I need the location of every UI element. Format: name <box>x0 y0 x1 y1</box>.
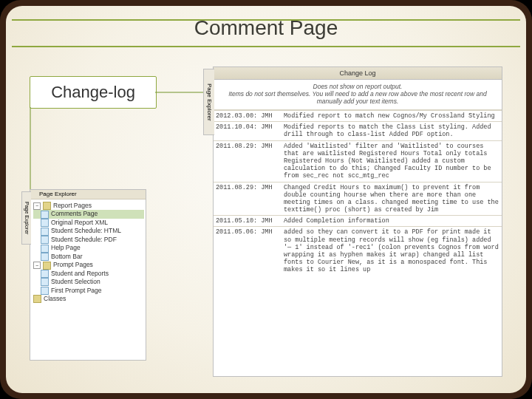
page-icon <box>41 287 49 295</box>
tree-item[interactable]: Student Selection <box>33 278 144 286</box>
page-tree: −Report Pages Comments Page Original Rep… <box>30 200 146 305</box>
changelog-table: 2012.03.00: JMHModified report to match … <box>214 110 502 276</box>
table-row: 2012.03.00: JMHModified report to match … <box>214 111 502 122</box>
tree-classes[interactable]: Classes <box>33 295 144 303</box>
page-explorer-panel: Page Explorer Page Explorer −Report Page… <box>30 189 146 361</box>
page-explorer-tab[interactable]: Page Explorer <box>203 69 214 135</box>
page-icon <box>41 236 49 244</box>
page-title: Comment Page <box>6 16 526 40</box>
tree-item-comments[interactable]: Comments Page <box>33 210 144 218</box>
page-icon <box>41 219 49 227</box>
table-row: 2011.05.10: JMHAdded Completion informat… <box>214 216 502 227</box>
tree-item[interactable]: First Prompt Page <box>33 287 144 295</box>
folder-icon <box>33 295 41 303</box>
changelog-note: Does not show on report output. Items do… <box>214 80 502 110</box>
table-row: 2011.10.04: JMHModified reports to match… <box>214 122 502 140</box>
changelog-panel: Page Explorer Change Log Does not show o… <box>213 66 502 377</box>
tree-item[interactable]: Student Schedule: PDF <box>33 236 144 244</box>
page-explorer-header: Page Explorer <box>30 190 146 200</box>
tree-item[interactable]: Student Schedule: HTML <box>33 227 144 235</box>
collapse-icon[interactable]: − <box>33 202 41 210</box>
tree-group-prompt[interactable]: −Prompt Pages <box>33 261 144 269</box>
table-row: 2011.08.29: JMHChanged Credit Hours to m… <box>214 182 502 216</box>
page-icon <box>41 270 49 278</box>
tree-item[interactable]: Original Report XML <box>33 219 144 227</box>
table-row: 2011.08.29: JMHAdded 'Waitlisted' filter… <box>214 140 502 182</box>
page-icon <box>41 211 49 219</box>
callout-changelog: Change-log <box>30 76 157 109</box>
note-line-2: Items do not sort themselves. You will n… <box>228 90 486 105</box>
folder-icon <box>43 202 51 210</box>
page-icon <box>41 245 49 253</box>
tree-item[interactable]: Bottom Bar <box>33 253 144 261</box>
callout-label: Change-log <box>51 83 135 102</box>
tree-item[interactable]: Student and Reports <box>33 270 144 278</box>
page-icon <box>41 278 49 286</box>
collapse-icon[interactable]: − <box>33 262 41 269</box>
slide-background: Comment Page Change-log Page Explorer Ch… <box>6 6 526 393</box>
tree-root[interactable]: −Report Pages <box>33 202 144 210</box>
folder-icon <box>43 262 51 270</box>
note-line-1: Does not show on report output. <box>313 83 403 90</box>
changelog-header: Change Log <box>214 67 502 80</box>
tree-item[interactable]: Help Page <box>33 244 144 252</box>
page-icon <box>41 228 49 236</box>
table-row: 2011.05.06: JMHadded so they can convert… <box>214 227 502 276</box>
page-explorer-tab[interactable]: Page Explorer <box>21 191 31 245</box>
page-icon <box>41 253 49 261</box>
